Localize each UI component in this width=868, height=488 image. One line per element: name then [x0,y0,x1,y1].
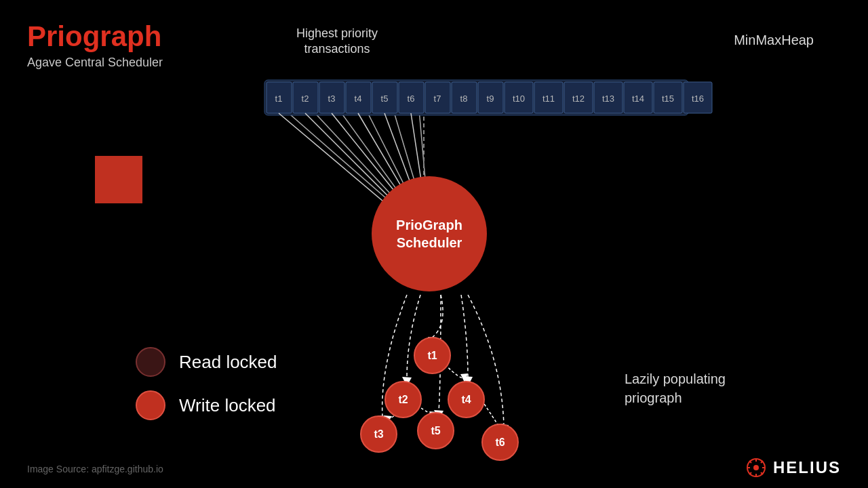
highest-priority-label: Highest prioritytransactions [283,26,391,58]
svg-text:t3: t3 [328,94,336,104]
svg-rect-9 [264,80,688,115]
svg-text:t15: t15 [662,94,674,104]
svg-text:t10: t10 [513,94,525,104]
svg-text:t13: t13 [602,94,614,104]
scheduler-circle: PrioGraphScheduler [372,176,487,291]
graph-node-t6: t6 [481,424,519,461]
minmax-heap-label: MinMaxHeap [734,33,814,48]
legend: Read locked Write locked [136,347,277,434]
svg-text:t5: t5 [381,94,389,104]
red-square-decoration [95,156,142,203]
legend-read-circle [136,347,165,377]
svg-rect-30 [534,82,563,113]
svg-text:t8: t8 [460,94,468,104]
title-area: Priograph Agave Central Scheduler [27,20,163,70]
subtitle: Agave Central Scheduler [27,56,163,70]
svg-text:t6: t6 [408,94,415,104]
svg-rect-16 [346,82,371,113]
svg-text:t9: t9 [487,94,494,104]
svg-rect-32 [564,82,593,113]
svg-rect-18 [372,82,397,113]
svg-text:t16: t16 [692,94,704,104]
svg-text:t2: t2 [302,94,309,104]
graph-node-t5: t5 [417,412,454,449]
svg-rect-38 [654,82,682,113]
svg-rect-12 [293,82,318,113]
svg-text:t14: t14 [632,94,644,104]
svg-rect-20 [399,82,424,113]
image-source: Image Source: apfitzge.github.io [27,464,163,474]
svg-text:t4: t4 [355,94,362,104]
svg-rect-26 [478,82,503,113]
legend-write-circle [136,390,165,420]
legend-write-item: Write locked [136,390,277,420]
scheduler-label: PrioGraphScheduler [396,216,462,251]
legend-write-label: Write locked [179,395,276,416]
svg-rect-10 [267,82,292,113]
svg-rect-14 [319,82,344,113]
svg-rect-34 [594,82,623,113]
graph-node-t2: t2 [384,381,422,418]
graph-node-t1: t1 [414,337,451,374]
svg-rect-28 [505,82,533,113]
svg-text:t11: t11 [542,94,555,104]
graph-node-t3: t3 [360,415,397,453]
svg-text:t7: t7 [434,94,441,104]
legend-read-item: Read locked [136,347,277,377]
svg-rect-40 [684,82,712,113]
svg-rect-36 [624,82,652,113]
svg-rect-22 [425,82,450,113]
legend-read-label: Read locked [179,352,277,373]
graph-node-t4: t4 [448,381,485,418]
helius-logo: HELIUS [746,458,841,478]
svg-text:t12: t12 [572,94,585,104]
helius-text: HELIUS [773,458,841,477]
svg-text:t1: t1 [275,94,283,104]
svg-rect-24 [452,82,477,113]
main-title: Priograph [27,20,163,53]
svg-point-65 [753,465,759,470]
lazily-label: Lazily populatingpriograph [625,369,726,407]
helius-icon [746,458,766,478]
